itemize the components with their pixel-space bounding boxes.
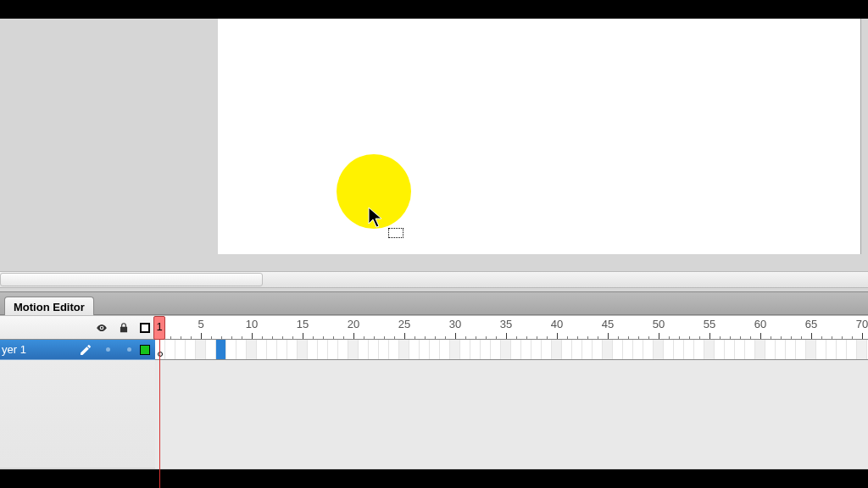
- ruler-tick: [608, 333, 609, 340]
- ruler-label: 25: [398, 318, 410, 330]
- frame-cell[interactable]: [196, 340, 206, 359]
- frame-cell[interactable]: [470, 340, 481, 359]
- frame-cell[interactable]: [511, 340, 521, 359]
- frames-row[interactable]: [155, 340, 868, 360]
- timeline-panel: Motion Editor 51015202530354045505560657…: [0, 291, 868, 469]
- frame-cell[interactable]: [776, 340, 786, 359]
- visibility-icon[interactable]: [96, 322, 108, 334]
- frame-cell[interactable]: [633, 340, 643, 359]
- frame-cell[interactable]: [450, 340, 460, 359]
- stage-right-scroll-edge[interactable]: [860, 19, 868, 254]
- frame-cell[interactable]: [308, 340, 318, 359]
- stage-object-circle[interactable]: [337, 154, 411, 229]
- frame-cell[interactable]: [287, 340, 298, 359]
- frame-cell[interactable]: [735, 340, 745, 359]
- ruler-label: 15: [297, 318, 309, 330]
- frame-cell[interactable]: [664, 340, 674, 359]
- frame-cell[interactable]: [582, 340, 593, 359]
- frame-cell[interactable]: [562, 340, 572, 359]
- frame-cell[interactable]: [267, 340, 277, 359]
- frame-cell[interactable]: [175, 340, 186, 359]
- frame-cell[interactable]: [328, 340, 338, 359]
- frame-cell[interactable]: [338, 340, 348, 359]
- frame-cell[interactable]: [165, 340, 175, 359]
- frame-cell[interactable]: [226, 340, 236, 359]
- frame-cell[interactable]: [481, 340, 491, 359]
- frame-cell[interactable]: [603, 340, 613, 359]
- frame-cell[interactable]: [491, 340, 501, 359]
- frame-cell[interactable]: [725, 340, 735, 359]
- frame-cell[interactable]: [542, 340, 552, 359]
- frame-cell[interactable]: [857, 340, 867, 359]
- frame-cell[interactable]: [806, 340, 816, 359]
- ruler-tick: [557, 333, 558, 340]
- frame-cell[interactable]: [379, 340, 389, 359]
- application-window: Motion Editor 51015202530354045505560657…: [0, 19, 868, 469]
- frame-cell[interactable]: [643, 340, 654, 359]
- frame-cell[interactable]: [826, 340, 837, 359]
- frame-cell[interactable]: [654, 340, 664, 359]
- frame-cell[interactable]: [531, 340, 542, 359]
- frame-cell[interactable]: [786, 340, 796, 359]
- stage-horizontal-scrollbar[interactable]: [0, 271, 868, 288]
- frame-cell[interactable]: [715, 340, 725, 359]
- frame-cell[interactable]: [613, 340, 623, 359]
- frame-cell[interactable]: [501, 340, 511, 359]
- frame-cell[interactable]: [369, 340, 379, 359]
- stage-horizontal-scrollbar-thumb[interactable]: [0, 273, 263, 286]
- frame-cell[interactable]: [440, 340, 450, 359]
- frame-cell[interactable]: [298, 340, 308, 359]
- frame-cell[interactable]: [389, 340, 399, 359]
- frame-cell[interactable]: [704, 340, 715, 359]
- keyframe-icon: [158, 352, 163, 357]
- lock-icon[interactable]: [118, 322, 130, 334]
- outline-color-icon[interactable]: [140, 323, 150, 333]
- frame-cell[interactable]: [521, 340, 531, 359]
- frame-cell[interactable]: [837, 340, 847, 359]
- frame-cell[interactable]: [460, 340, 470, 359]
- frame-cell[interactable]: [684, 340, 694, 359]
- frame-cell[interactable]: [155, 340, 165, 359]
- frame-ruler[interactable]: 510152025303540455055606570: [155, 316, 868, 340]
- frame-cell[interactable]: [552, 340, 562, 359]
- ruler-tick: [506, 333, 507, 340]
- frame-cell[interactable]: [765, 340, 776, 359]
- frame-cell[interactable]: [399, 340, 409, 359]
- frame-cell[interactable]: [593, 340, 603, 359]
- frame-cell[interactable]: [816, 340, 826, 359]
- frame-cell[interactable]: [236, 340, 247, 359]
- frame-cell[interactable]: [318, 340, 328, 359]
- frame-cell[interactable]: [430, 340, 440, 359]
- ruler-tick: [201, 333, 202, 340]
- frame-cell[interactable]: [745, 340, 755, 359]
- frame-cell[interactable]: [257, 340, 267, 359]
- frame-cell[interactable]: [348, 340, 359, 359]
- frame-cell[interactable]: [755, 340, 765, 359]
- frame-cell[interactable]: [359, 340, 369, 359]
- ruler-tick: [709, 333, 710, 340]
- layer-name-label: yer 1: [0, 343, 26, 356]
- tab-motion-editor[interactable]: Motion Editor: [4, 297, 94, 317]
- frame-cell[interactable]: [216, 340, 226, 359]
- frame-cell[interactable]: [420, 340, 430, 359]
- frame-cell[interactable]: [247, 340, 257, 359]
- stage-canvas[interactable]: [218, 19, 862, 254]
- ruler-label: 55: [704, 318, 715, 330]
- ruler-tick: [659, 333, 659, 340]
- visibility-dot[interactable]: [106, 347, 110, 352]
- frame-cell[interactable]: [206, 340, 216, 359]
- frame-cell[interactable]: [796, 340, 806, 359]
- outline-color-swatch[interactable]: [140, 345, 150, 355]
- frame-cell[interactable]: [277, 340, 287, 359]
- pencil-icon[interactable]: [79, 343, 92, 357]
- layer-row[interactable]: yer 1: [0, 340, 155, 360]
- frame-cell[interactable]: [186, 340, 196, 359]
- frame-cell[interactable]: [409, 340, 420, 359]
- lock-dot[interactable]: [127, 347, 131, 352]
- frame-cell[interactable]: [674, 340, 684, 359]
- frame-cell[interactable]: [572, 340, 582, 359]
- ruler-label: 50: [653, 318, 665, 330]
- frame-cell[interactable]: [623, 340, 633, 359]
- frame-cell[interactable]: [847, 340, 857, 359]
- frame-cell[interactable]: [694, 340, 704, 359]
